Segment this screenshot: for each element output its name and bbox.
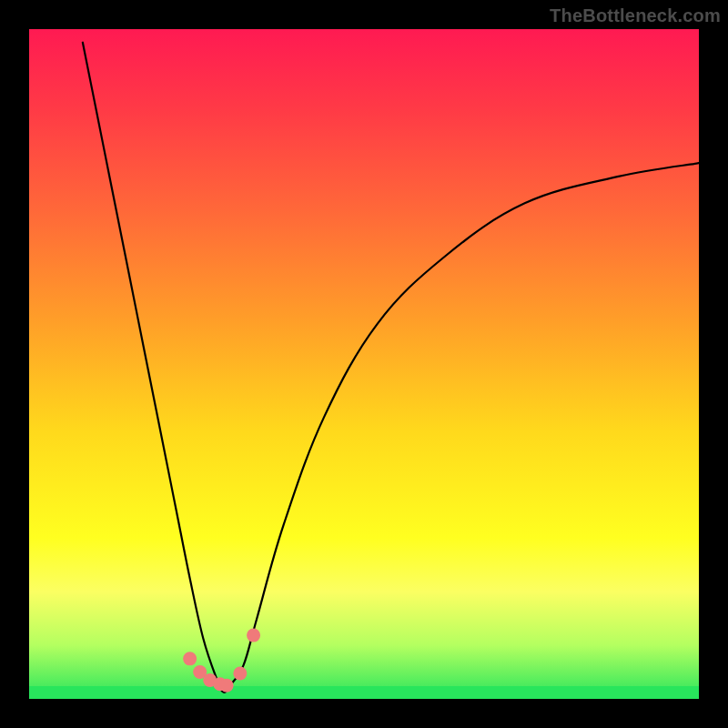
chart-frame: TheBottleneck.com: [0, 0, 728, 728]
highlight-dot: [203, 673, 217, 687]
highlight-dots: [183, 629, 260, 693]
watermark-text: TheBottleneck.com: [550, 5, 721, 26]
highlight-dot: [183, 652, 197, 665]
highlight-dot: [193, 665, 207, 679]
highlight-dot: [247, 629, 260, 642]
bottleneck-curve: [83, 43, 699, 693]
highlight-dot: [233, 667, 247, 681]
plot-area: [29, 29, 699, 699]
curve-layer: [29, 29, 699, 699]
baseline-band: [29, 686, 699, 699]
